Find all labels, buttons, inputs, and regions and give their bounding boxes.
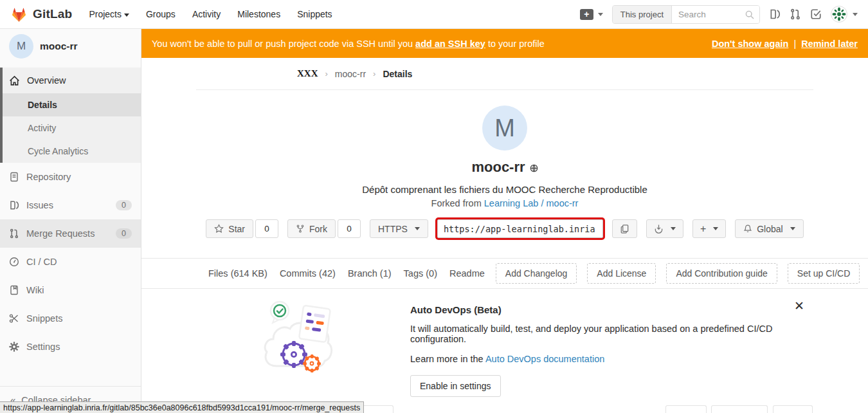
breadcrumb-separator: ›	[325, 69, 328, 78]
autodevops-docs-link[interactable]: Auto DevOps documentation	[485, 354, 604, 364]
topnav-groups[interactable]: Groups	[146, 9, 176, 19]
ssh-warning-banner: You won't be able to pull or push projec…	[141, 29, 868, 58]
sidebar-item-issues[interactable]: Issues 0	[0, 191, 141, 219]
remind-later-link[interactable]: Remind later	[801, 39, 858, 49]
search-icon	[745, 10, 755, 20]
gitlab-tanuki-icon	[10, 6, 28, 23]
top-navbar: GitLab Projects Groups Activity Mileston…	[0, 0, 868, 29]
bell-icon	[743, 224, 752, 234]
autodevops-title: Auto DevOps (Beta)	[410, 304, 813, 315]
sidebar-item-repository[interactable]: Repository	[0, 163, 141, 191]
book-icon	[9, 285, 19, 295]
sidebar-item-overview[interactable]: Overview	[0, 68, 141, 93]
autodevops-content: Auto DevOps (Beta) It will automatically…	[410, 297, 813, 397]
download-dropdown[interactable]	[646, 219, 683, 238]
star-count[interactable]: 0	[255, 219, 278, 238]
sidebar-item-label: CI / CD	[26, 257, 57, 267]
add-changelog-button[interactable]: Add Changelog	[496, 263, 577, 284]
issues-count-badge: 0	[116, 200, 132, 210]
chevron-down-icon	[124, 14, 129, 17]
sidebar-project-avatar: M	[9, 34, 33, 59]
topnav-milestones[interactable]: Milestones	[237, 9, 280, 19]
banner-message: You won't be able to pull or push projec…	[152, 39, 545, 49]
topnav-links: Projects Groups Activity Milestones Snip…	[89, 9, 332, 19]
breadcrumb-project[interactable]: mooc-rr	[335, 69, 366, 79]
autodevops-illustration	[260, 297, 338, 397]
notifications-dropdown[interactable]: Global	[735, 219, 803, 238]
chevron-down-icon	[790, 227, 795, 230]
readme-link[interactable]: Readme	[449, 268, 485, 279]
topnav-snippets[interactable]: Snippets	[297, 9, 332, 19]
banner-separator: |	[793, 39, 796, 49]
gitlab-wordmark: GitLab	[33, 7, 72, 21]
stats-buttons: Add Changelog Add License Add Contributi…	[496, 263, 860, 284]
document-icon	[9, 172, 19, 182]
topnav-projects[interactable]: Projects	[89, 9, 129, 19]
breadcrumb-group[interactable]: XXX	[297, 68, 318, 79]
files-link[interactable]: Files (614 KB)	[208, 268, 267, 279]
breadcrumb-separator: ›	[373, 69, 375, 78]
topnav-right: + This project	[580, 5, 858, 24]
todos-icon[interactable]	[810, 8, 822, 20]
partial-button[interactable]	[665, 405, 707, 413]
sidebar-item-snippets[interactable]: Snippets	[0, 304, 141, 333]
sidebar-project-header[interactable]: M mooc-rr	[0, 29, 141, 64]
topnav-activity[interactable]: Activity	[192, 9, 221, 19]
user-menu[interactable]	[831, 6, 858, 23]
breadcrumb-current: Details	[383, 69, 412, 79]
sidebar-item-settings[interactable]: Settings	[0, 333, 141, 361]
new-menu-button[interactable]: +	[580, 9, 603, 20]
fork-button[interactable]: Fork	[287, 219, 336, 238]
chevron-down-icon	[853, 13, 858, 16]
search-scope-label: This project	[613, 6, 672, 23]
project-header: M mooc-rr Dépôt comprenant les fichiers …	[141, 90, 868, 238]
sidebar-item-activity[interactable]: Activity	[0, 116, 141, 140]
clone-url-input[interactable]	[437, 219, 603, 238]
sidebar-item-merge-requests[interactable]: Merge Requests 0	[0, 219, 141, 248]
issues-dashboard-icon[interactable]	[769, 8, 781, 20]
gauge-icon	[9, 257, 19, 267]
autodevops-body: It will automatically build, test, and d…	[410, 324, 813, 344]
partial-button[interactable]	[773, 405, 813, 413]
sidebar-item-label: Wiki	[26, 285, 44, 295]
sidebar-item-label: Issues	[26, 200, 53, 210]
chevron-down-icon	[671, 227, 676, 230]
sidebar-item-details[interactable]: Details	[0, 93, 141, 116]
project-title: mooc-rr	[471, 159, 525, 176]
add-ssh-key-link[interactable]: add an SSH key	[415, 39, 485, 49]
add-license-button[interactable]: Add License	[587, 263, 656, 284]
sidebar-item-label: Snippets	[26, 313, 62, 324]
user-avatar	[831, 6, 847, 23]
forked-from-line: Forked from Learning Lab / mooc-rr	[141, 198, 868, 208]
forked-from-link[interactable]: Learning Lab / mooc-rr	[484, 198, 579, 208]
branch-link[interactable]: Branch (1)	[348, 268, 392, 279]
sidebar-item-wiki[interactable]: Wiki	[0, 276, 141, 304]
clone-protocol-dropdown[interactable]: HTTPS	[370, 219, 428, 238]
sidebar-item-label: Merge Requests	[26, 228, 95, 239]
add-contribution-guide-button[interactable]: Add Contribution guide	[666, 263, 777, 284]
fork-icon	[296, 224, 305, 234]
tags-link[interactable]: Tags (0)	[404, 268, 437, 279]
project-stats-bar: Files (614 KB) Commits (42) Branch (1) T…	[141, 258, 868, 289]
close-icon[interactable]: ✕	[794, 302, 804, 310]
commits-link[interactable]: Commits (42)	[280, 268, 336, 279]
star-button[interactable]: Star	[206, 219, 253, 238]
merge-requests-dashboard-icon[interactable]	[790, 8, 801, 20]
merge-requests-count-badge: 0	[116, 228, 132, 239]
download-icon	[654, 224, 664, 234]
partial-button[interactable]	[711, 405, 768, 413]
public-visibility-icon	[530, 164, 538, 172]
fork-count[interactable]: 0	[338, 219, 361, 238]
copy-url-button[interactable]	[612, 219, 637, 238]
sidebar-item-label: Overview	[27, 75, 66, 86]
sidebar-item-ci-cd[interactable]: CI / CD	[0, 248, 141, 276]
enable-in-settings-button[interactable]: Enable in settings	[410, 375, 501, 397]
gitlab-logo[interactable]: GitLab	[10, 6, 72, 23]
stats-links: Files (614 KB) Commits (42) Branch (1) T…	[208, 268, 485, 279]
gear-icon	[9, 342, 19, 352]
sidebar-item-cycle-analytics[interactable]: Cycle Analytics	[0, 140, 141, 163]
project-sidebar: M mooc-rr Overview Details Activity Cycl…	[0, 29, 141, 413]
dont-show-again-link[interactable]: Don't show again	[712, 39, 788, 49]
new-item-dropdown[interactable]: +	[692, 219, 726, 238]
setup-cicd-button[interactable]: Set up CI/CD	[788, 263, 860, 284]
